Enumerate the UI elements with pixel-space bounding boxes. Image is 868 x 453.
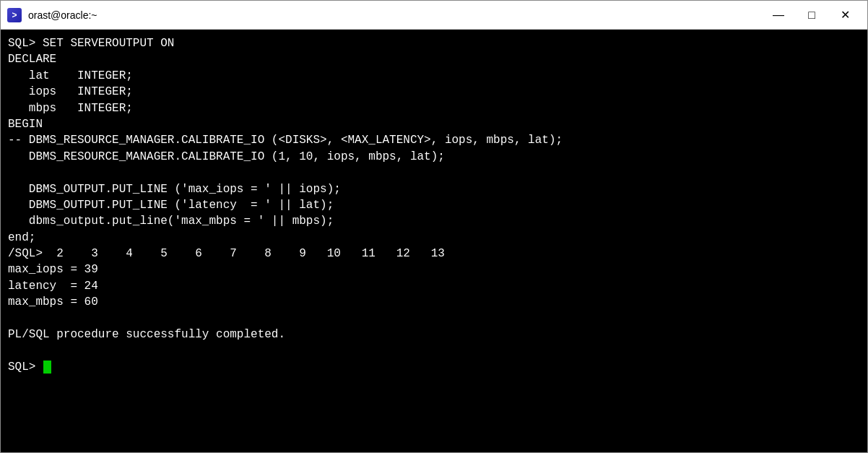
app-icon	[6, 7, 22, 23]
minimize-button[interactable]: —	[762, 4, 795, 27]
terminal-content: SQL> SET SERVEROUTPUT ON DECLARE lat INT…	[8, 35, 860, 375]
terminal-window: orast@oracle:~ — □ ✕ SQL> SET SERVEROUTP…	[0, 0, 868, 453]
titlebar: orast@oracle:~ — □ ✕	[1, 1, 867, 30]
window-controls: — □ ✕	[762, 4, 862, 27]
window-title: orast@oracle:~	[28, 9, 762, 21]
maximize-button[interactable]: □	[795, 4, 828, 27]
close-button[interactable]: ✕	[828, 4, 862, 27]
terminal-cursor	[43, 361, 51, 374]
app-icon-img	[7, 8, 22, 22]
terminal-body[interactable]: SQL> SET SERVEROUTPUT ON DECLARE lat INT…	[1, 30, 867, 452]
